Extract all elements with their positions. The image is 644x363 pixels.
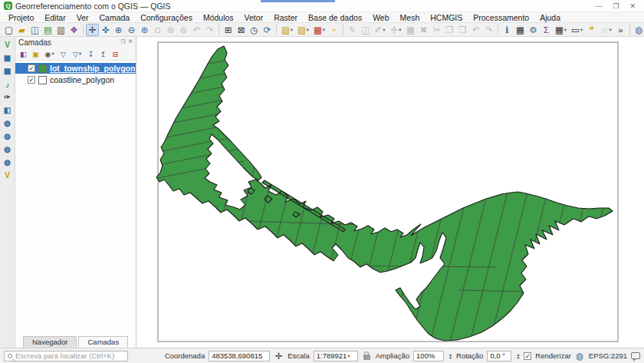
menu-base-de-dados[interactable]: Base de dados — [303, 12, 367, 23]
layer-name[interactable]: coastline_polygon — [50, 75, 114, 84]
select-features-icon[interactable]: ▧ — [279, 24, 295, 36]
layer-checkbox[interactable]: ✓ — [28, 76, 35, 84]
filter-legend-icon[interactable]: ▽ — [58, 49, 69, 59]
crs-globe-icon[interactable]: ◍ — [575, 350, 585, 362]
delete-selected-icon[interactable]: ✖ — [417, 24, 430, 36]
coordinate-field[interactable]: 483538,690815 — [209, 351, 270, 361]
menu-projeto[interactable]: Projeto — [3, 12, 39, 23]
select-by-value-icon[interactable]: ▨ — [295, 24, 311, 36]
close-button[interactable]: ✕ — [629, 2, 636, 10]
zoom-native-icon[interactable]: ⊜ — [177, 24, 190, 36]
open-project-icon[interactable]: ▰ — [15, 24, 28, 36]
menu-configuracoes[interactable]: Configurações — [135, 12, 198, 23]
new-map-view-icon[interactable]: ⊞ — [222, 24, 235, 36]
new-print-layout-icon[interactable]: ▤ — [41, 24, 54, 36]
zoom-last-icon[interactable]: ↶ — [190, 24, 203, 36]
layer-item-lot-township-polygon[interactable]: ✓ lot_township_polygon — [15, 63, 136, 74]
crs-status[interactable]: EPSG:2291 — [589, 351, 627, 360]
save-edits-icon[interactable]: ◫ — [359, 24, 372, 36]
pan-to-selection-icon[interactable]: ✜ — [99, 24, 112, 36]
paste-features-icon[interactable]: ❒ — [456, 24, 469, 36]
render-checkbox[interactable]: ✓ — [524, 352, 531, 360]
undo-icon[interactable]: ↶ — [469, 24, 482, 36]
select-by-expression-icon[interactable]: ▩ — [311, 24, 327, 36]
menu-ver[interactable]: Ver — [71, 12, 94, 23]
spatial-bookmark-icon[interactable]: ☆ — [598, 24, 614, 36]
refresh-icon[interactable]: ⟳ — [261, 24, 274, 36]
add-group-icon[interactable]: ▣ — [30, 49, 41, 59]
add-wcs-layer-icon[interactable]: ◍ — [2, 130, 14, 142]
style-manager-icon[interactable]: ❖ — [67, 24, 80, 36]
layer-item-coastline-polygon[interactable]: ✓ coastline_polygon — [15, 74, 136, 85]
open-layer-styling-icon[interactable]: ◧ — [18, 49, 29, 59]
new-project-icon[interactable]: ▢ — [2, 24, 15, 36]
menu-raster[interactable]: Raster — [268, 12, 303, 23]
save-project-icon[interactable]: ◫ — [28, 24, 41, 36]
processing-toolbox-icon[interactable]: ⚙ — [527, 24, 540, 36]
deselect-features-icon[interactable]: ▫ — [327, 24, 340, 36]
add-vector-layer-icon[interactable]: V — [2, 39, 14, 51]
collapse-all-icon[interactable]: ↥ — [97, 49, 109, 59]
modify-attributes-icon[interactable]: ▦ — [404, 24, 417, 36]
menu-modulos[interactable]: Módulos — [198, 12, 239, 23]
menu-mesh[interactable]: Mesh — [395, 12, 426, 23]
copy-features-icon[interactable]: ❐ — [443, 24, 456, 36]
add-arcgis-layer-icon[interactable]: ◍ — [2, 157, 14, 168]
menu-vetor[interactable]: Vetor — [239, 12, 269, 23]
toggle-editing-icon[interactable]: ✎ — [346, 24, 359, 36]
messages-icon[interactable] — [631, 352, 640, 359]
remove-layer-icon[interactable]: ⊟ — [110, 49, 121, 59]
menu-camada[interactable]: Camada — [94, 12, 135, 23]
map-canvas[interactable] — [136, 37, 644, 348]
menu-editar[interactable]: Editar — [39, 12, 71, 23]
layout-manager-icon[interactable]: ▥ — [54, 24, 67, 36]
menu-hcmgis[interactable]: HCMGIS — [425, 12, 468, 23]
expand-all-icon[interactable]: ↧ — [85, 49, 97, 59]
panel-close-icon[interactable]: ✕ — [128, 38, 133, 48]
temporal-controller-icon[interactable]: ◷ — [248, 24, 261, 36]
add-spatialite-layer-icon[interactable]: ✑ — [2, 91, 14, 103]
zoom-to-selection-icon[interactable]: ⊙ — [151, 24, 164, 36]
add-wms-layer-icon[interactable]: ◍ — [2, 117, 14, 129]
new-virtual-layer-icon[interactable]: V — [2, 170, 14, 181]
panel-float-icon[interactable]: ◳ — [121, 38, 127, 48]
manage-map-themes-icon[interactable]: ◉ — [42, 49, 57, 59]
rotation-field[interactable]: 0,0 ° — [487, 351, 511, 361]
identify-features-icon[interactable]: ℹ — [501, 24, 514, 36]
zoom-in-icon[interactable]: ⊕ — [112, 24, 125, 36]
coordinate-extent-icon[interactable]: ✛ — [274, 350, 284, 362]
layer-name[interactable]: lot_township_polygon — [50, 64, 135, 73]
rotation-spinner[interactable]: ▲▼ — [516, 353, 520, 359]
add-raster-layer-icon[interactable]: ▦ — [2, 52, 14, 64]
layer-checkbox[interactable]: ✓ — [28, 64, 35, 72]
filter-by-expression-icon[interactable]: ▽ — [70, 49, 84, 59]
add-mesh-layer-icon[interactable]: ▩ — [2, 65, 14, 77]
digitize-icon[interactable]: ✐ — [372, 24, 388, 36]
menu-web[interactable]: Web — [367, 12, 394, 23]
statistics-icon[interactable]: Σ — [540, 24, 553, 36]
web-globe-icon[interactable]: ◍ — [632, 24, 644, 36]
add-delimited-text-layer-icon[interactable]: ٫ — [2, 78, 14, 90]
restore-button[interactable]: ❐ — [613, 2, 619, 10]
locator-search-input[interactable]: Escreva para localizar (Ctrl+K) — [4, 351, 128, 361]
zoom-next-icon[interactable]: ↷ — [203, 24, 216, 36]
scale-select[interactable]: 1:789921 — [314, 351, 358, 361]
pan-map-icon[interactable]: ✛ — [86, 24, 99, 36]
toolbar-overflow-icon[interactable]: » — [614, 24, 627, 36]
magnifier-spinner[interactable]: ▲▼ — [449, 353, 452, 359]
minimize-button[interactable]: — — [595, 2, 602, 10]
cut-features-icon[interactable]: ✂ — [430, 24, 443, 36]
open-table-icon[interactable]: ▦ — [553, 24, 569, 36]
add-virtual-raster-icon[interactable]: ◧ — [2, 104, 14, 116]
new-3d-map-view-icon[interactable]: ⊠ — [235, 24, 248, 36]
menu-processamento[interactable]: Processamento — [468, 12, 534, 23]
tab-navegador[interactable]: Navegador — [23, 336, 77, 348]
tab-camadas[interactable]: Camadas — [78, 336, 128, 348]
menu-ajuda[interactable]: Ajuda — [534, 12, 566, 23]
lock-scale-icon[interactable] — [363, 355, 370, 360]
vertex-tool-icon[interactable]: ✢ — [388, 24, 404, 36]
attribute-table-icon[interactable]: ▦ — [514, 24, 527, 36]
measure-icon[interactable]: ▭ — [569, 24, 585, 36]
zoom-to-layer-icon[interactable]: ⊚ — [164, 24, 177, 36]
map-tips-icon[interactable]: ❝ — [585, 24, 598, 36]
